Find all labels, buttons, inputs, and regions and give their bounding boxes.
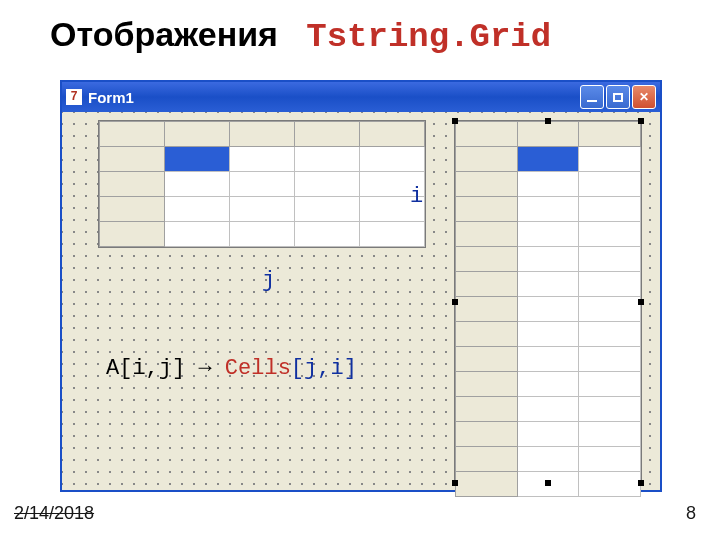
selected-cell-right[interactable]: [517, 147, 579, 172]
app-icon: 7: [66, 89, 82, 105]
footer-page-number: 8: [686, 503, 696, 524]
formula-lhs: A[i,j]: [106, 356, 185, 381]
mapping-formula: A[i,j] → Cells[j,i]: [106, 356, 357, 381]
label-i: i: [410, 184, 423, 209]
window-titlebar[interactable]: 7 Form1: [62, 82, 660, 112]
resize-handle-se[interactable]: [638, 480, 644, 486]
title-right: Tstring.Grid: [306, 18, 551, 56]
window-caption: Form1: [88, 89, 134, 106]
resize-handle-nw[interactable]: [452, 118, 458, 124]
selected-cell[interactable]: [165, 147, 230, 172]
string-grid-left[interactable]: [98, 120, 426, 248]
minimize-button[interactable]: [580, 85, 604, 109]
arrow-icon: →: [185, 356, 225, 381]
resize-handle-s[interactable]: [545, 480, 551, 486]
label-j: j: [262, 268, 275, 293]
grid-table-left: [99, 121, 425, 247]
formula-rhs-name: Cells: [225, 356, 291, 381]
title-left: Отображения: [50, 15, 278, 53]
string-grid-right[interactable]: [454, 120, 642, 484]
close-button[interactable]: [632, 85, 656, 109]
form-window: 7 Form1: [60, 80, 662, 492]
resize-handle-ne[interactable]: [638, 118, 644, 124]
resize-handle-w[interactable]: [452, 299, 458, 305]
formula-rhs-args: [j,i]: [291, 356, 357, 381]
maximize-button[interactable]: [606, 85, 630, 109]
slide-title: Отображения Tstring.Grid: [50, 15, 551, 56]
form-client-area: i j A[i,j] → Cells[j,i]: [62, 112, 660, 490]
resize-handle-sw[interactable]: [452, 480, 458, 486]
resize-handle-e[interactable]: [638, 299, 644, 305]
grid-table-right: [455, 121, 641, 497]
resize-handle-n[interactable]: [545, 118, 551, 124]
window-controls: [580, 85, 656, 109]
footer-date: 2/14/2018: [14, 503, 94, 524]
